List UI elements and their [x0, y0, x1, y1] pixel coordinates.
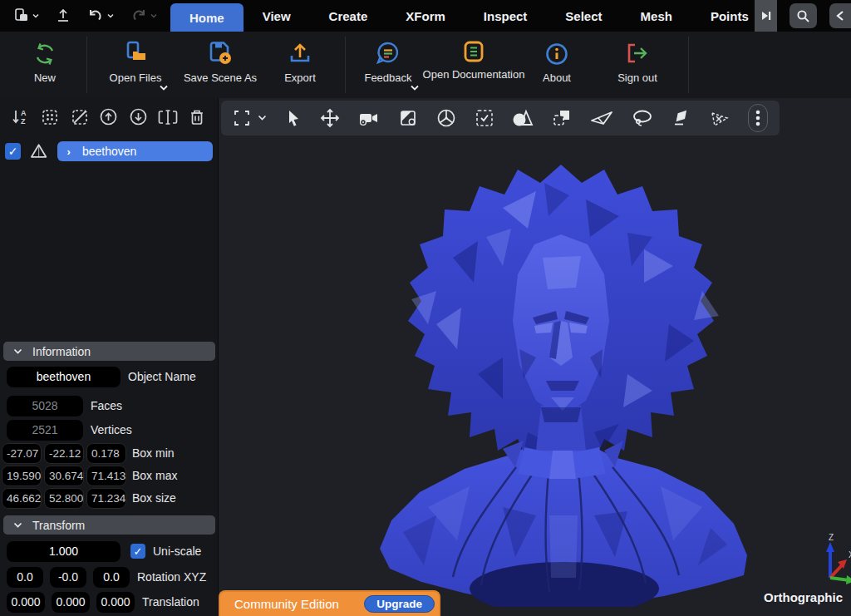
- fit-view-icon: [233, 109, 251, 127]
- axis-gizmo[interactable]: Z X Y: [792, 532, 851, 587]
- camera-icon: [358, 109, 380, 127]
- undo-button[interactable]: [83, 4, 118, 27]
- tab-select[interactable]: Select: [546, 0, 621, 32]
- tab-inspect[interactable]: Inspect: [465, 0, 547, 32]
- move-icon: [320, 108, 340, 128]
- ribbon-tabs: Home View Create XForm Inspect Select Me…: [170, 0, 757, 32]
- ribbon-separator: [688, 37, 689, 93]
- uni-scale-row: 1.000 ✓ Uni-scale: [0, 540, 219, 562]
- brush-select-button[interactable]: [512, 108, 534, 128]
- open-files-label: Open Files: [110, 71, 162, 85]
- visibility-checkbox[interactable]: ✓: [5, 143, 21, 160]
- about-label: About: [543, 71, 571, 85]
- box-min-row: -27.07 -22.12 0.178 Box min: [0, 442, 219, 464]
- info-icon: [544, 42, 569, 67]
- scene-tree-item: ✓ › beethoven: [5, 140, 213, 163]
- collapse-panel-button[interactable]: [829, 3, 851, 28]
- duplicate-button[interactable]: [552, 108, 572, 128]
- tab-home[interactable]: Home: [170, 3, 243, 32]
- viewport-3d[interactable]: Z X Y Orthographic Community Edition Upg…: [219, 98, 851, 616]
- feedback-label: Feedback: [364, 71, 411, 85]
- shading-settings-button[interactable]: [398, 108, 418, 128]
- duplicate-icon: [552, 108, 572, 128]
- svg-text:A: A: [21, 109, 27, 117]
- expand-tabs-button[interactable]: [755, 0, 777, 32]
- undo-icon: [86, 7, 105, 25]
- information-title: Information: [32, 345, 91, 358]
- sign-out-button[interactable]: Sign out: [589, 38, 686, 85]
- more-tools-button[interactable]: [748, 104, 768, 132]
- chevron-down-icon: [258, 115, 267, 121]
- chevron-down-icon: [106, 12, 115, 20]
- tab-create[interactable]: Create: [310, 0, 387, 32]
- search-icon: [796, 9, 810, 23]
- new-scene-menu-button[interactable]: [10, 5, 43, 27]
- transform-section-header[interactable]: Transform: [3, 515, 215, 535]
- box-size-x: 46.662: [2, 488, 42, 509]
- rename-button[interactable]: [157, 106, 179, 128]
- translation-x-input[interactable]: 0.000: [7, 592, 45, 613]
- orbit-tool-button[interactable]: [436, 108, 456, 128]
- uni-scale-label: Uni-scale: [153, 545, 201, 558]
- new-button[interactable]: New: [0, 38, 93, 85]
- delete-faces-button[interactable]: [710, 109, 730, 127]
- tab-xform[interactable]: XForm: [386, 0, 465, 32]
- scene-object-label: beethoven: [82, 145, 136, 158]
- rotation-z-input[interactable]: 0.0: [93, 567, 130, 588]
- sort-az-button[interactable]: AZ: [10, 106, 32, 128]
- export-button[interactable]: Export: [252, 38, 348, 85]
- information-section-header[interactable]: Information: [3, 342, 215, 361]
- vertices-label: Vertices: [91, 423, 132, 436]
- scene-panel: AZ ✓ › beethoven Information beethoven O…: [0, 98, 219, 616]
- ribbon-toolbar: New Open Files Save Scene As Export Feed…: [0, 32, 851, 98]
- object-name-input[interactable]: beethoven: [7, 367, 121, 387]
- rotation-row: 0.0 -0.0 0.0 Rotation XYZ: [0, 566, 219, 588]
- expand-chevron-icon[interactable]: ›: [67, 145, 71, 158]
- tab-view[interactable]: View: [243, 0, 310, 32]
- move-tool-button[interactable]: [320, 108, 340, 128]
- rotation-y-input[interactable]: -0.0: [50, 567, 86, 588]
- eraser-button[interactable]: [671, 109, 691, 127]
- tab-mesh[interactable]: Mesh: [622, 0, 691, 32]
- rotation-x-input[interactable]: 0.0: [7, 567, 43, 588]
- save-scene-as-label: Save Scene As: [184, 71, 257, 85]
- box-size-z: 71.234: [86, 488, 126, 509]
- rect-select-button[interactable]: [475, 108, 494, 128]
- open-files-button[interactable]: Open Files: [87, 38, 184, 85]
- box-max-x: 19.590: [2, 466, 42, 486]
- select-all-button[interactable]: [39, 106, 61, 128]
- mesh-object-icon: [30, 143, 47, 160]
- move-up-button[interactable]: [98, 106, 120, 128]
- upload-button[interactable]: [52, 5, 75, 27]
- uni-scale-checkbox[interactable]: ✓: [130, 544, 145, 559]
- translation-y-input[interactable]: 0.000: [52, 592, 90, 613]
- camera-tool-button[interactable]: [358, 109, 380, 127]
- box-min-x: -27.07: [2, 443, 42, 464]
- plane-cut-button[interactable]: [590, 109, 613, 127]
- viewport-toolbar: [221, 101, 780, 136]
- faces-label: Faces: [91, 399, 122, 412]
- scene-tree-toolbar: AZ: [5, 98, 213, 136]
- tab-points[interactable]: Points: [691, 0, 757, 32]
- delete-faces-icon: [710, 109, 730, 127]
- brush-sphere-icon: [512, 108, 534, 128]
- sort-az-icon: AZ: [12, 108, 30, 126]
- move-down-button[interactable]: [127, 106, 149, 128]
- object-name-row: beethoven Object Name: [0, 366, 219, 387]
- select-tool-button[interactable]: [285, 109, 302, 127]
- axis-z-arrow: [826, 542, 834, 552]
- upgrade-button[interactable]: Upgrade: [364, 595, 435, 613]
- scene-object-beethoven[interactable]: › beethoven: [57, 141, 213, 161]
- arrow-down-circle-icon: [129, 107, 148, 126]
- uni-scale-input[interactable]: 1.000: [7, 541, 121, 562]
- fit-view-button[interactable]: [233, 109, 267, 127]
- box-min-y: -22.12: [44, 443, 84, 464]
- redo-button[interactable]: [126, 4, 161, 27]
- delete-button[interactable]: [186, 106, 208, 128]
- projection-label[interactable]: Orthographic: [764, 590, 843, 604]
- translation-z-input[interactable]: 0.000: [96, 592, 135, 613]
- cursor-icon: [285, 109, 302, 127]
- deselect-all-button[interactable]: [69, 106, 91, 128]
- lasso-select-button[interactable]: [632, 109, 653, 127]
- search-button[interactable]: [790, 3, 817, 28]
